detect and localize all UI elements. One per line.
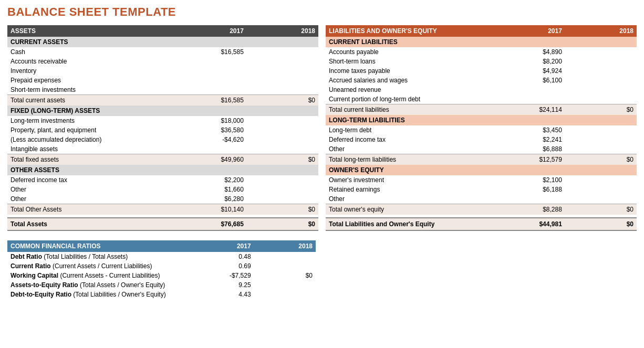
table-row: Short-term investments xyxy=(7,85,318,95)
ratio-bold-label: Assets-to-Equity Ratio xyxy=(11,281,78,289)
owners-equity-section-row: OWNER'S EQUITY xyxy=(326,165,637,175)
main-grid: ASSETS 2017 2018 CURRENT ASSETS Cash $16… xyxy=(7,25,637,231)
ratio-desc: (Total Assets / Owner's Equity) xyxy=(78,281,165,289)
current-liabilities-section-row: CURRENT LIABILITIES xyxy=(326,37,637,47)
table-row: Deferred income tax $2,241 xyxy=(326,135,637,144)
liabilities-year2-header: 2018 xyxy=(565,25,637,37)
table-row: Long-term debt $3,450 xyxy=(326,125,637,135)
long-term-liabilities-section-row: LONG-TERM LIABILITIES xyxy=(326,115,637,125)
table-row: Long-term investments $18,000 xyxy=(7,116,318,125)
assets-section: ASSETS 2017 2018 CURRENT ASSETS Cash $16… xyxy=(7,25,318,231)
table-row: Short-term loans $8,200 xyxy=(326,57,637,66)
ratio-desc: (Current Assets - Current Liabilities) xyxy=(58,272,160,279)
ratio-bold-label: Debt Ratio xyxy=(11,253,42,260)
liabilities-table: LIABILITIES AND OWNER'S EQUITY 2017 2018… xyxy=(326,25,637,231)
current-liabilities-label: CURRENT LIABILITIES xyxy=(326,37,637,47)
total-assets-row: Total Assets $76,685 $0 xyxy=(7,218,318,230)
table-row: Accounts payable $4,890 xyxy=(326,47,637,57)
other-assets-section-row: OTHER ASSETS xyxy=(7,165,318,175)
table-row: Other xyxy=(326,194,637,204)
liabilities-year1-header: 2017 xyxy=(497,25,565,37)
table-row: Current Ratio (Current Assets / Current … xyxy=(7,261,316,271)
table-row: Cash $16,585 xyxy=(7,47,318,57)
ratios-year2-header: 2018 xyxy=(254,240,316,252)
current-assets-section-row: CURRENT ASSETS xyxy=(7,37,318,47)
ratios-year1-header: 2017 xyxy=(192,240,254,252)
table-row: Working Capital (Current Assets - Curren… xyxy=(7,271,316,280)
long-term-liabilities-label: LONG-TERM LIABILITIES xyxy=(326,115,637,125)
table-row: Accrued salaries and wages $6,100 xyxy=(326,76,637,85)
ratio-bold-label: Current Ratio xyxy=(11,262,51,270)
current-assets-label: CURRENT ASSETS xyxy=(7,37,318,47)
table-row: Retained earnings $6,188 xyxy=(326,185,637,194)
table-row: (Less accumulated depreciation) -$4,620 xyxy=(7,135,318,144)
ratios-header-row: COMMON FINANCIAL RATIOS 2017 2018 xyxy=(7,240,316,252)
fixed-assets-label: FIXED (LONG-TERM) ASSETS xyxy=(7,106,318,116)
table-row: Intangible assets xyxy=(7,144,318,154)
table-row: Property, plant, and equipment $36,580 xyxy=(7,125,318,135)
ratio-desc: (Total Liabilities / Total Assets) xyxy=(42,253,128,260)
long-term-liabilities-total-row: Total long-term liabilities $12,579 $0 xyxy=(326,154,637,165)
owners-equity-label: OWNER'S EQUITY xyxy=(326,165,637,175)
fixed-assets-total-row: Total fixed assets $49,960 $0 xyxy=(7,154,318,165)
total-liabilities-equity-row: Total Liabilities and Owner's Equity $44… xyxy=(326,218,637,230)
table-row: Deferred income tax $2,200 xyxy=(7,175,318,185)
current-assets-total-row: Total current assets $16,585 $0 xyxy=(7,95,318,106)
current-liabilities-total-row: Total current liabilities $24,114 $0 xyxy=(326,104,637,115)
ratios-table: COMMON FINANCIAL RATIOS 2017 2018 Debt R… xyxy=(7,240,316,299)
page-title: BALANCE SHEET TEMPLATE xyxy=(7,5,637,19)
liabilities-header-label: LIABILITIES AND OWNER'S EQUITY xyxy=(326,25,497,37)
table-row: Inventory xyxy=(7,66,318,76)
table-row: Income taxes payable $4,924 xyxy=(326,66,637,76)
assets-year1-header: 2017 xyxy=(179,25,247,37)
ratio-bold-label: Working Capital xyxy=(11,272,58,279)
table-row: Accounts receivable xyxy=(7,57,318,66)
ratios-header-label: COMMON FINANCIAL RATIOS xyxy=(7,240,192,252)
table-row: Debt-to-Equity Ratio (Total Liabilities … xyxy=(7,290,316,299)
table-row: Assets-to-Equity Ratio (Total Assets / O… xyxy=(7,280,316,290)
table-row: Debt Ratio (Total Liabilities / Total As… xyxy=(7,252,316,261)
assets-year2-header: 2018 xyxy=(247,25,318,37)
fixed-assets-section-row: FIXED (LONG-TERM) ASSETS xyxy=(7,106,318,116)
liabilities-section: LIABILITIES AND OWNER'S EQUITY 2017 2018… xyxy=(326,25,637,231)
other-assets-label: OTHER ASSETS xyxy=(7,165,318,175)
liabilities-header-row: LIABILITIES AND OWNER'S EQUITY 2017 2018 xyxy=(326,25,637,37)
table-row: Prepaid expenses xyxy=(7,76,318,85)
assets-header-label: ASSETS xyxy=(7,25,179,37)
assets-header-row: ASSETS 2017 2018 xyxy=(7,25,318,37)
table-row: Unearned revenue xyxy=(326,85,637,94)
table-row: Current portion of long-term debt xyxy=(326,94,637,104)
ratios-section: COMMON FINANCIAL RATIOS 2017 2018 Debt R… xyxy=(7,240,316,299)
assets-table: ASSETS 2017 2018 CURRENT ASSETS Cash $16… xyxy=(7,25,318,231)
owners-equity-total-row: Total owner's equity $8,288 $0 xyxy=(326,204,637,215)
ratio-desc: (Current Assets / Current Liabilities) xyxy=(51,262,152,270)
table-row: Other $6,280 xyxy=(7,194,318,204)
other-assets-total-row: Total Other Assets $10,140 $0 xyxy=(7,204,318,215)
table-row: Other $1,660 xyxy=(7,185,318,194)
table-row: Owner's investment $2,100 xyxy=(326,175,637,185)
ratio-desc: (Total Liabilities / Owner's Equity) xyxy=(71,291,166,298)
table-row: Other $6,888 xyxy=(326,144,637,154)
ratio-bold-label: Debt-to-Equity Ratio xyxy=(11,291,71,298)
